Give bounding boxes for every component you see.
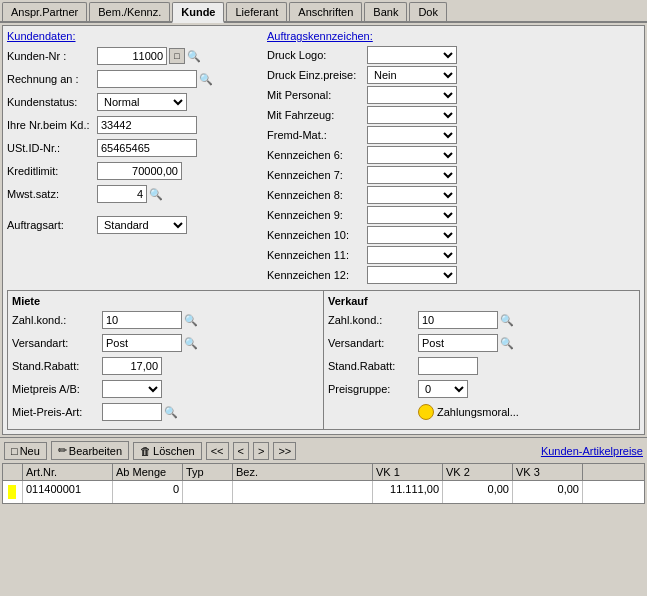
verkauf-versandart-search-icon[interactable]: 🔍	[500, 337, 514, 350]
ustidnr-input[interactable]	[97, 139, 197, 157]
kreditlimit-input[interactable]	[97, 162, 182, 180]
ihre-nr-input[interactable]	[97, 116, 197, 134]
preisgruppe-label: Preisgruppe:	[328, 383, 418, 395]
artikelpreise-link[interactable]: Kunden-Artikelpreise	[541, 445, 643, 457]
kunden-nr-label: Kunden-Nr :	[7, 50, 97, 62]
main-content: Kundendaten: Kunden-Nr : □ 🔍 Rechnung an…	[2, 25, 645, 435]
verkauf-stand-rabatt-row: Stand.Rabatt:	[328, 356, 635, 376]
miete-versandart-input[interactable]	[102, 334, 182, 352]
row-ab-menge: 0	[113, 481, 183, 503]
kunden-nr-search-icon[interactable]: 🔍	[187, 50, 201, 63]
kennzeichen-7-select[interactable]	[367, 166, 457, 184]
miet-preis-art-search-icon[interactable]: 🔍	[164, 406, 178, 419]
nav-first-button[interactable]: <<	[206, 442, 229, 460]
miete-zahl-kond-row: Zahl.kond.: 🔍	[12, 310, 319, 330]
mwstsatz-search-icon[interactable]: 🔍	[149, 188, 163, 201]
preisgruppe-select[interactable]: 0 1 2	[418, 380, 468, 398]
auftragskennzeichen-title: Auftragskennzeichen:	[267, 30, 640, 42]
verkauf-zahl-kond-row: Zahl.kond.: 🔍	[328, 310, 635, 330]
tab-lieferant[interactable]: Lieferant	[226, 2, 287, 21]
kundenstatus-select[interactable]: Normal Gesperrt VIP	[97, 93, 187, 111]
druck-einz-select[interactable]: NeinJa	[367, 66, 457, 84]
mietpreis-ab-select[interactable]	[102, 380, 162, 398]
rechnung-an-search-icon[interactable]: 🔍	[199, 73, 213, 86]
miet-preis-art-row: Miet-Preis-Art: 🔍	[12, 402, 319, 422]
miete-zahl-kond-search-icon[interactable]: 🔍	[184, 314, 198, 327]
bearbeiten-icon: ✏	[58, 444, 67, 457]
kennzeichen-12-select[interactable]	[367, 266, 457, 284]
tab-kunde[interactable]: Kunde	[172, 2, 224, 23]
fremd-mat-label: Fremd-Mat.:	[267, 129, 367, 141]
nav-next-button[interactable]: >	[253, 442, 269, 460]
middle-area: Miete Zahl.kond.: 🔍 Versandart: 🔍 Stand.…	[7, 290, 640, 430]
neu-label: Neu	[20, 445, 40, 457]
verkauf-stand-rabatt-input[interactable]	[418, 357, 478, 375]
tab-anspr-partner[interactable]: Anspr.Partner	[2, 2, 87, 21]
miete-versandart-search-icon[interactable]: 🔍	[184, 337, 198, 350]
kundenstatus-label: Kundenstatus:	[7, 96, 97, 108]
neu-icon: □	[11, 445, 18, 457]
zahlungsmoral-row: Zahlungsmoral...	[328, 402, 635, 422]
col-header-vk3: VK 3	[513, 464, 583, 480]
zahlungsmoral-link[interactable]: Zahlungsmoral...	[418, 404, 519, 420]
nav-last-button[interactable]: >>	[273, 442, 296, 460]
kennzeichen-8-select[interactable]	[367, 186, 457, 204]
kennzeichen-11-row: Kennzeichen 11:	[267, 246, 640, 264]
kennzeichen-10-label: Kennzeichen 10:	[267, 229, 367, 241]
verkauf-zahl-kond-search-icon[interactable]: 🔍	[500, 314, 514, 327]
kreditlimit-label: Kreditlimit:	[7, 165, 97, 177]
mit-fahrzeug-label: Mit Fahrzeug:	[267, 109, 367, 121]
miete-zahl-kond-input[interactable]	[102, 311, 182, 329]
mit-personal-select[interactable]	[367, 86, 457, 104]
kennzeichen-6-select[interactable]	[367, 146, 457, 164]
col-header-bez: Bez.	[233, 464, 373, 480]
miete-stand-rabatt-row: Stand.Rabatt:	[12, 356, 319, 376]
mwstsatz-input[interactable]	[97, 185, 147, 203]
preisgruppe-row: Preisgruppe: 0 1 2	[328, 379, 635, 399]
kennzeichen-10-select[interactable]	[367, 226, 457, 244]
kunden-nr-checkbox[interactable]: □	[169, 48, 185, 64]
verkauf-title: Verkauf	[328, 295, 635, 307]
mit-fahrzeug-select[interactable]	[367, 106, 457, 124]
loeschen-button[interactable]: 🗑 Löschen	[133, 442, 202, 460]
rechnung-an-input[interactable]	[97, 70, 197, 88]
tab-bank[interactable]: Bank	[364, 2, 407, 21]
mwstsatz-label: Mwst.satz:	[7, 188, 97, 200]
mietpreis-ab-label: Mietpreis A/B:	[12, 383, 102, 395]
row-vk2: 0,00	[443, 481, 513, 503]
verkauf-zahl-kond-input[interactable]	[418, 311, 498, 329]
bearbeiten-button[interactable]: ✏ Bearbeiten	[51, 441, 129, 460]
mietpreis-ab-row: Mietpreis A/B:	[12, 379, 319, 399]
kennzeichen-11-select[interactable]	[367, 246, 457, 264]
auftragsart-select[interactable]: Standard Auftrag Angebot	[97, 216, 187, 234]
verkauf-stand-rabatt-label: Stand.Rabatt:	[328, 360, 418, 372]
nav-prev-button[interactable]: <	[233, 442, 249, 460]
row-typ	[183, 481, 233, 503]
row-vk3: 0,00	[513, 481, 583, 503]
tab-dok[interactable]: Dok	[409, 2, 447, 21]
top-area: Kundendaten: Kunden-Nr : □ 🔍 Rechnung an…	[7, 30, 640, 286]
kennzeichen-10-row: Kennzeichen 10:	[267, 226, 640, 244]
ihre-nr-row: Ihre Nr.beim Kd.:	[7, 115, 257, 135]
tab-anschriften[interactable]: Anschriften	[289, 2, 362, 21]
kunden-nr-input[interactable]	[97, 47, 167, 65]
miet-preis-art-input[interactable]	[102, 403, 162, 421]
tab-bar: Anspr.Partner Bem./Kennz. Kunde Lieferan…	[0, 0, 647, 23]
row-art-nr: 011400001	[23, 481, 113, 503]
neu-button[interactable]: □ Neu	[4, 442, 47, 460]
tab-bem-kennz[interactable]: Bem./Kennz.	[89, 2, 170, 21]
miet-preis-art-label: Miet-Preis-Art:	[12, 406, 102, 418]
kennzeichen-9-select[interactable]	[367, 206, 457, 224]
col-header-ab-menge: Ab Menge	[113, 464, 183, 480]
verkauf-versandart-input[interactable]	[418, 334, 498, 352]
druck-logo-select[interactable]	[367, 46, 457, 64]
miete-panel: Miete Zahl.kond.: 🔍 Versandart: 🔍 Stand.…	[8, 291, 324, 429]
bottom-toolbar: □ Neu ✏ Bearbeiten 🗑 Löschen << < > >> K…	[0, 437, 647, 463]
mit-fahrzeug-row: Mit Fahrzeug:	[267, 106, 640, 124]
ustidnr-label: USt.ID-Nr.:	[7, 142, 97, 154]
miete-stand-rabatt-input[interactable]	[102, 357, 162, 375]
fremd-mat-select[interactable]	[367, 126, 457, 144]
mwstsatz-row: Mwst.satz: 🔍	[7, 184, 257, 204]
miete-zahl-kond-label: Zahl.kond.:	[12, 314, 102, 326]
left-panel: Kundendaten: Kunden-Nr : □ 🔍 Rechnung an…	[7, 30, 257, 286]
